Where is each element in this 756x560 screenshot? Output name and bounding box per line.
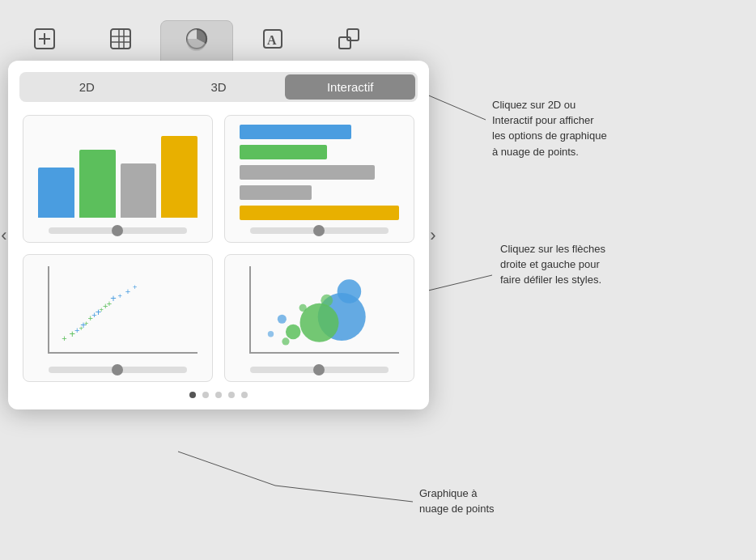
tab-interactif[interactable]: Interactif [285, 74, 415, 100]
svg-line-39 [425, 275, 492, 291]
bar-3 [121, 163, 157, 218]
chart-grid: + + + + + + + + + + + + + + + + [19, 115, 418, 382]
annotation-middle: Cliquez sur les flèchesdroite et gauche … [500, 241, 743, 288]
annotation-middle-text: Cliquez sur les flèchesdroite et gauche … [500, 243, 605, 286]
dot-1[interactable] [189, 392, 196, 398]
inserer-icon [32, 26, 57, 56]
scatter-slider[interactable] [49, 367, 186, 373]
svg-text:+: + [99, 306, 103, 314]
tableau-icon [108, 26, 134, 56]
hbar-row-2 [240, 145, 399, 159]
svg-text:+: + [84, 320, 88, 328]
annotation-top: Cliquez sur 2D ouInteractif pour affiche… [492, 97, 743, 159]
svg-rect-12 [339, 37, 350, 49]
svg-text:+: + [62, 333, 66, 343]
annotation-top-text: Cliquez sur 2D ouInteractif pour affiche… [492, 99, 607, 158]
nav-right-arrow[interactable]: › [421, 223, 445, 248]
bubble-slider-dot [313, 364, 325, 375]
svg-text:A: A [267, 33, 277, 47]
svg-text:+: + [118, 292, 122, 300]
svg-text:+: + [91, 310, 96, 320]
svg-point-34 [299, 304, 307, 312]
chart-cell-hbar[interactable] [224, 115, 414, 243]
texte-icon: A [260, 26, 286, 56]
nav-left-arrow[interactable]: ‹ [0, 223, 16, 248]
scatter-slider-dot [112, 364, 123, 375]
svg-text:+: + [133, 283, 137, 291]
annotation-bottom: Graphique ànuage de points [419, 486, 622, 516]
dot-5[interactable] [241, 392, 248, 398]
svg-point-35 [282, 337, 289, 345]
bar-slider-dot [112, 225, 123, 236]
svg-point-36 [268, 331, 274, 337]
svg-point-33 [278, 315, 287, 324]
dot-2[interactable] [202, 392, 209, 398]
hbar-chart-visual [233, 124, 406, 221]
tab-bar: 2D 3D Interactif [19, 72, 418, 102]
graphique-icon [184, 26, 210, 56]
dot-4[interactable] [228, 392, 235, 398]
bubble-slider[interactable] [250, 367, 388, 373]
tab-2d[interactable]: 2D [22, 74, 152, 100]
tab-3d[interactable]: 3D [154, 74, 284, 100]
svg-rect-3 [111, 29, 130, 49]
bubble-visual [233, 263, 406, 360]
bar-2 [79, 150, 116, 218]
bar-chart-visual [32, 124, 204, 221]
chart-cell-scatter[interactable]: + + + + + + + + + + + + + + + + [23, 254, 213, 382]
scatter-visual: + + + + + + + + + + + + + + + + [32, 263, 204, 360]
svg-point-37 [321, 295, 333, 307]
hbar-row-4 [240, 185, 399, 200]
svg-point-31 [338, 279, 362, 303]
annotation-bottom-text: Graphique ànuage de points [419, 487, 495, 515]
svg-line-38 [425, 94, 486, 120]
hbar-row-5 [240, 206, 399, 220]
svg-rect-11 [347, 29, 359, 40]
hbar-slider-dot [313, 225, 325, 236]
chart-cell-bubble[interactable] [224, 254, 414, 382]
svg-text:+: + [125, 286, 130, 296]
svg-text:+: + [107, 299, 112, 308]
svg-line-41 [275, 486, 413, 502]
chart-picker-popup: ‹ 2D 3D Interactif [8, 61, 429, 409]
svg-text:+: + [79, 325, 83, 333]
hbar-row-1 [240, 125, 399, 139]
bar-1 [38, 168, 74, 218]
hbar-slider[interactable] [250, 227, 388, 234]
svg-point-32 [286, 325, 300, 339]
bar-4 [161, 136, 197, 218]
forme-icon [336, 26, 362, 56]
svg-line-40 [178, 452, 275, 486]
bar-slider[interactable] [49, 227, 186, 234]
dot-indicators [19, 392, 418, 398]
dot-3[interactable] [215, 392, 222, 398]
chart-cell-bar[interactable] [23, 115, 213, 243]
hbar-row-3 [240, 165, 399, 180]
